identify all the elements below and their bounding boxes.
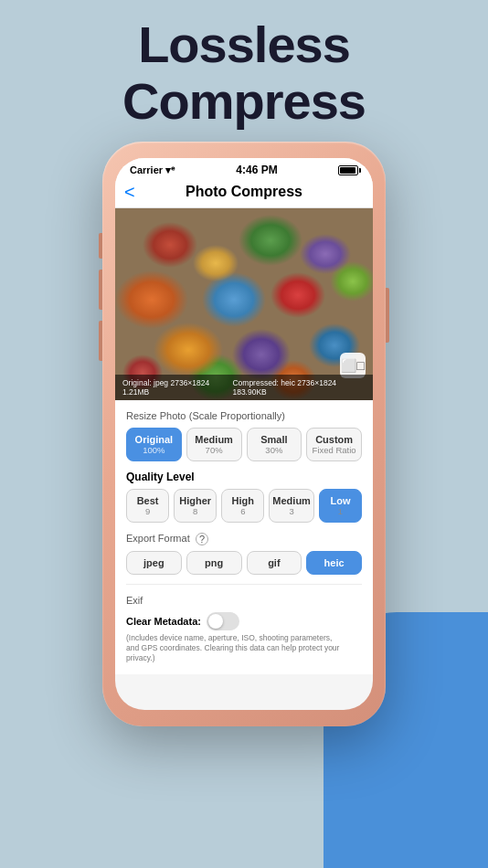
resize-medium[interactable]: Medium 70%: [186, 428, 242, 461]
exif-label-area: Exif Clear Metadata: (Includes device na…: [126, 594, 345, 663]
divider: [126, 584, 362, 585]
quality-high[interactable]: High 6: [221, 489, 264, 523]
wifi-icon: ▾ᵉ: [165, 164, 175, 176]
phone-shell: Carrier ▾ᵉ 4:46 PM < Photo Compress ⬜□: [102, 142, 386, 726]
format-help-icon[interactable]: ?: [196, 533, 208, 545]
controls-area: Resize Photo (Scale Proportionally) Orig…: [115, 400, 373, 674]
quality-higher[interactable]: Higher 8: [174, 489, 217, 523]
battery-icon: [338, 165, 358, 175]
quality-best[interactable]: Best 9: [126, 489, 169, 523]
app-title: Lossless Compress: [0, 16, 488, 129]
quality-low[interactable]: Low 1: [319, 489, 362, 523]
status-bar: Carrier ▾ᵉ 4:46 PM: [115, 158, 373, 178]
format-jpeg[interactable]: jpeg: [126, 551, 182, 575]
quality-label: Quality Level: [126, 471, 362, 483]
original-info: Original: jpeg 2736×1824 1.21MB: [122, 378, 232, 397]
status-time: 4:46 PM: [236, 164, 277, 176]
format-heic[interactable]: heic: [306, 551, 362, 575]
phone-button-mute: [99, 233, 102, 259]
clear-metadata-toggle[interactable]: [207, 612, 239, 630]
nav-bar: < Photo Compress: [115, 178, 373, 208]
stones-photo: [115, 208, 373, 400]
phone-button-vol-up: [99, 270, 102, 310]
resize-small[interactable]: Small 30%: [247, 428, 302, 461]
clear-metadata-label: Clear Metadata:: [126, 616, 201, 627]
status-battery: [338, 165, 358, 175]
compressed-info: Compressed: heic 2736×1824 183.90KB: [232, 378, 366, 397]
format-label: Export Format ?: [126, 532, 362, 545]
back-button[interactable]: <: [124, 182, 135, 203]
phone-button-vol-down: [99, 321, 102, 361]
phone-button-power: [386, 288, 389, 343]
status-carrier: Carrier ▾ᵉ: [130, 164, 175, 176]
nav-title: Photo Compress: [186, 184, 302, 200]
resize-original[interactable]: Original 100%: [126, 428, 182, 461]
photo-preview: ⬜□ Original: jpeg 2736×1824 1.21MB Compr…: [115, 208, 373, 400]
phone-mockup: Carrier ▾ᵉ 4:46 PM < Photo Compress ⬜□: [102, 142, 386, 726]
exif-row: Exif Clear Metadata: (Includes device na…: [126, 590, 362, 667]
phone-screen: Carrier ▾ᵉ 4:46 PM < Photo Compress ⬜□: [115, 158, 373, 710]
resize-label: Resize Photo (Scale Proportionally): [126, 409, 362, 422]
image-info-bar: Original: jpeg 2736×1824 1.21MB Compress…: [115, 375, 373, 400]
carrier-text: Carrier: [130, 164, 163, 175]
exif-label: Exif: [126, 594, 345, 607]
resize-options: Original 100% Medium 70% Small 30% Custo…: [126, 428, 362, 461]
exif-description: (Includes device name, aperture, ISO, sh…: [126, 633, 345, 663]
format-png[interactable]: png: [186, 551, 242, 575]
format-gif[interactable]: gif: [247, 551, 302, 575]
quality-options: Best 9 Higher 8 High 6 Medium 3: [126, 489, 362, 523]
toggle-knob: [208, 614, 223, 629]
resize-custom[interactable]: Custom Fixed Ratio: [306, 428, 362, 461]
quality-medium[interactable]: Medium 3: [269, 489, 314, 523]
format-options: jpeg png gif heic: [126, 551, 362, 575]
